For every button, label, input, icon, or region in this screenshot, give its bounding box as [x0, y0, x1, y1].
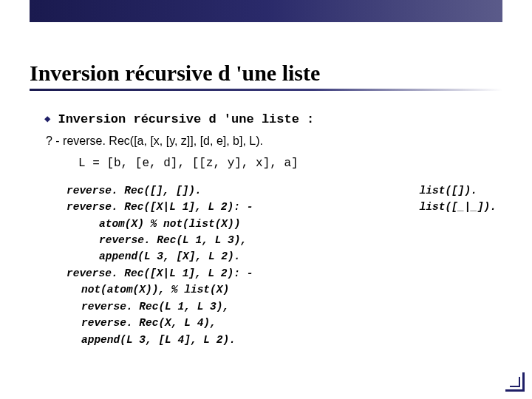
- prolog-query: ? - reverse. Rec([a, [x, [y, z]], [d, e]…: [44, 133, 510, 149]
- diamond-bullet-icon: ◆: [44, 112, 50, 127]
- code-line: reverse. Rec(L 1, L 3),: [66, 232, 510, 248]
- slide-title: Inversion récursive d 'une liste: [30, 61, 502, 86]
- code-line: reverse. Rec(L 1, L 3),: [66, 299, 510, 315]
- title-area: Inversion récursive d 'une liste: [30, 61, 502, 91]
- header-band: [30, 0, 502, 22]
- side-note-line: list([_|_]).: [420, 200, 497, 216]
- title-underline: [30, 89, 502, 91]
- code-line: reverse. Rec(X, L 4),: [66, 315, 510, 331]
- side-note: list([]). list([_|_]).: [420, 183, 497, 216]
- bullet-item: ◆ Inversion récursive d 'une liste :: [44, 111, 510, 129]
- bullet-label: Inversion récursive d 'une liste :: [58, 111, 314, 129]
- code-line: append(L 3, [L 4], L 2).: [66, 332, 510, 348]
- code-line: append(L 3, [X], L 2).: [66, 248, 510, 265]
- content-area: ◆ Inversion récursive d 'une liste : ? -…: [44, 111, 510, 348]
- code-line: not(atom(X)), % list(X): [66, 282, 510, 298]
- side-note-line: list([]).: [420, 183, 497, 200]
- prolog-result: L = [b, [e, d], [[z, y], x], a]: [78, 155, 510, 171]
- code-line: atom(X) % not(list(X)): [66, 216, 510, 232]
- code-line: reverse. Rec([X|L 1], L 2): -: [66, 265, 510, 282]
- corner-accent-icon: [505, 372, 525, 392]
- slide: Inversion récursive d 'une liste ◆ Inver…: [0, 0, 532, 399]
